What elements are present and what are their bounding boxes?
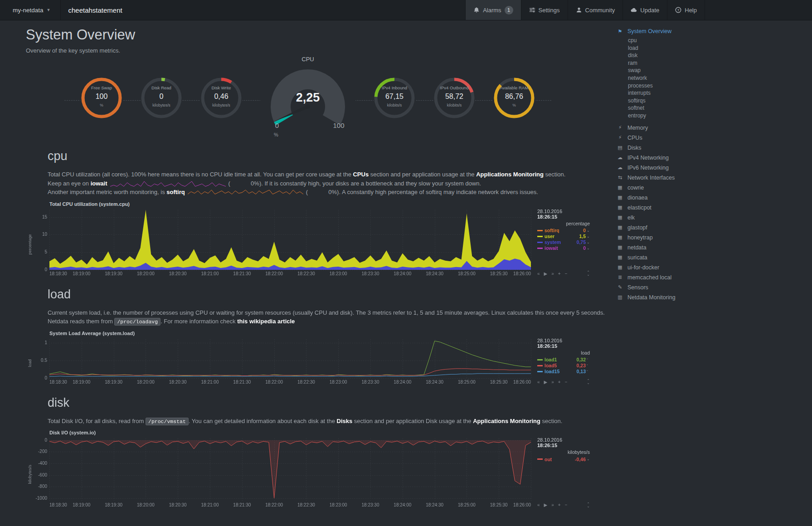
sidebar-item-label: honeytrap <box>627 234 653 241</box>
pan-right-button[interactable]: » <box>551 502 554 507</box>
sidebar-nav: ⚑System Overviewcpuloaddiskramswapnetwor… <box>617 26 807 302</box>
zoom-out-button[interactable]: − <box>565 380 568 385</box>
cpus-link[interactable]: CPUs <box>353 171 369 178</box>
cpu-gauge[interactable]: CPU 2,25 0 100 % <box>260 56 355 141</box>
pan-right-button[interactable]: » <box>551 380 554 385</box>
sidebar-sublist: cpuloaddiskramswapnetworkprocessesinterr… <box>617 36 807 123</box>
sidebar-subitem-interrupts[interactable]: interrupts <box>628 90 807 97</box>
zoom-in-button[interactable]: + <box>558 271 561 276</box>
legend-swatch <box>537 242 543 243</box>
sidebar-item-memcached-local[interactable]: ≣memcached local <box>617 273 807 282</box>
pan-left-button[interactable]: « <box>537 380 540 385</box>
sidebar-item-dionaea[interactable]: ▦dionaea <box>617 193 807 203</box>
pan-left-button[interactable]: « <box>537 502 540 507</box>
gauge-value: 86,76 <box>493 93 535 101</box>
sidebar-subitem-swap[interactable]: swap <box>628 67 807 75</box>
zoom-in-button[interactable]: + <box>558 502 561 507</box>
legend-item-out[interactable]: out-0,46⌄ <box>537 456 590 462</box>
gauge-ipv4-inbound[interactable]: IPv4 Inbound67,15kilobits/s <box>374 77 415 119</box>
gauge-title: Free Swap <box>81 85 122 90</box>
sidebar-subitem-ram[interactable]: ram <box>628 60 807 68</box>
help-button[interactable]: ? Help <box>667 0 705 20</box>
sidebar-item-honeytrap[interactable]: ▦honeytrap <box>617 233 807 243</box>
alarms-button[interactable]: Alarms 1 <box>465 0 520 20</box>
update-button[interactable]: Update <box>622 0 667 20</box>
description-text: section. <box>540 418 562 424</box>
applications-monitoring-link[interactable]: Applications Monitoring <box>473 418 540 424</box>
sidebar-subitem-softirqs[interactable]: softirqs <box>628 97 807 105</box>
sidebar-subitem-load[interactable]: load <box>628 45 807 53</box>
legend-item-load5[interactable]: load50,23ˆ <box>537 363 590 369</box>
legend-item-user[interactable]: user1,5⌄ <box>537 234 590 239</box>
resize-handle[interactable]: ⌃⌄ <box>587 380 590 384</box>
legend-item-system[interactable]: system0,75⌄ <box>537 239 590 245</box>
resize-handle[interactable]: ⌃⌄ <box>587 503 590 507</box>
sidebar-item-disks[interactable]: ▤Disks <box>617 143 807 153</box>
chart-canvas-load[interactable] <box>34 337 533 385</box>
legend-name: system <box>545 239 561 245</box>
legend-item-softirq[interactable]: softirq0⌄ <box>537 228 590 234</box>
zoom-out-button[interactable]: − <box>565 271 568 276</box>
gauge-disk-read[interactable]: Disk Read0kilobytes/s <box>141 77 182 119</box>
sidebar-item-elk[interactable]: ▦elk <box>617 213 807 223</box>
description-text: section and per application Disk usage a… <box>352 418 473 424</box>
resize-handle[interactable]: ⌃⌄ <box>587 271 590 276</box>
sidebar-item-ipv4-networking[interactable]: ☁IPv4 Networking <box>617 153 807 163</box>
sidebar-item-netdata-monitoring[interactable]: ▥Netdata Monitoring <box>617 292 807 302</box>
sidebar-item-ui-for-docker[interactable]: ▦ui-for-docker <box>617 263 807 273</box>
settings-button[interactable]: Settings <box>521 0 568 20</box>
sidebar-subitem-processes[interactable]: processes <box>628 83 807 90</box>
sidebar-item-glastopf[interactable]: ▦glastopf <box>617 223 807 233</box>
sidebar-item-sensors[interactable]: ✎Sensors <box>617 282 807 292</box>
legend-item-load15[interactable]: load150,13ˆ <box>537 369 590 375</box>
sidebar-item-system-overview[interactable]: ⚑System Overview <box>617 26 807 36</box>
sidebar-item-cpus[interactable]: ⚡CPUs <box>617 133 807 143</box>
chart-canvas-disk[interactable] <box>34 436 533 508</box>
disk-chart: kilobytes/s28.10.201618:26:15kilobytes/s… <box>26 436 614 508</box>
alarms-label: Alarms <box>483 7 501 14</box>
gauge-unit: % <box>81 103 122 107</box>
sidebar-subitem-disk[interactable]: disk <box>628 52 807 60</box>
sidebar-item-elasticpot[interactable]: ▦elasticpot <box>617 203 807 213</box>
pan-right-button[interactable]: » <box>551 271 554 276</box>
my-netdata-menu[interactable]: my-netdata ▼ <box>0 0 61 20</box>
sidebar-subitem-network[interactable]: network <box>628 75 807 83</box>
sidebar-item-label: ui-for-docker <box>627 264 659 271</box>
chart-canvas-cpu[interactable] <box>34 208 533 277</box>
sidebar-item-cowrie[interactable]: ▦cowrie <box>617 183 807 193</box>
sidebar-item-netdata[interactable]: ▦netdata <box>617 243 807 253</box>
gauge-free-swap[interactable]: Free Swap100% <box>81 77 122 119</box>
cpu-chart-block: Total CPU utilization (system.cpu)percen… <box>26 201 614 277</box>
description-text: Another important metric worth monitorin… <box>48 189 166 195</box>
play-button[interactable]: ▶ <box>544 502 548 507</box>
applications-monitoring-link[interactable]: Applications Monitoring <box>476 171 544 178</box>
bolt-icon: ⚡ <box>617 125 623 131</box>
sidebar-subitem-entropy[interactable]: entropy <box>628 112 807 120</box>
sidebar-item-network-interfaces[interactable]: ⇆Network Interfaces <box>617 173 807 183</box>
zoom-in-button[interactable]: + <box>558 380 561 385</box>
legend-date: 28.10.2016 <box>537 338 590 343</box>
legend-item-load1[interactable]: load10,32ˆ <box>537 357 590 363</box>
gauge-available-ram[interactable]: Available RAM86,76% <box>493 77 535 119</box>
legend-value: -0,46 <box>575 457 586 462</box>
sidebar-subitem-cpu[interactable]: cpu <box>628 37 807 45</box>
sidebar-subitem-softnet[interactable]: softnet <box>628 105 807 112</box>
legend-item-iowait[interactable]: iowait0⌄ <box>537 245 590 251</box>
wikipedia-article-link[interactable]: this wikipedia article <box>237 318 295 325</box>
gauge-disk-write[interactable]: Disk Write0,46kilobytes/s <box>200 77 242 119</box>
legend-trend-caret: ˆ <box>587 370 590 374</box>
sidebar-item-ipv6-networking[interactable]: ☁IPv6 Networking <box>617 163 807 173</box>
play-button[interactable]: ▶ <box>544 271 548 276</box>
community-button[interactable]: Community <box>568 0 623 20</box>
play-button[interactable]: ▶ <box>544 380 548 385</box>
zoom-out-button[interactable]: − <box>565 502 568 507</box>
bell-icon <box>473 7 480 13</box>
sidebar-item-memory[interactable]: ⚡Memory <box>617 123 807 133</box>
sidebar-item-suricata[interactable]: ▦suricata <box>617 253 807 263</box>
gauge-ipv4-outbound[interactable]: IPv4 Outbound58,72kilobits/s <box>433 77 475 119</box>
pan-left-button[interactable]: « <box>537 271 540 276</box>
chart-legend-cpu: 28.10.201618:26:15percentagesoftirq0⌄use… <box>533 208 590 277</box>
disks-link[interactable]: Disks <box>337 418 353 424</box>
sidebar-item-label: cowrie <box>627 185 644 191</box>
legend-name: load1 <box>545 357 557 362</box>
